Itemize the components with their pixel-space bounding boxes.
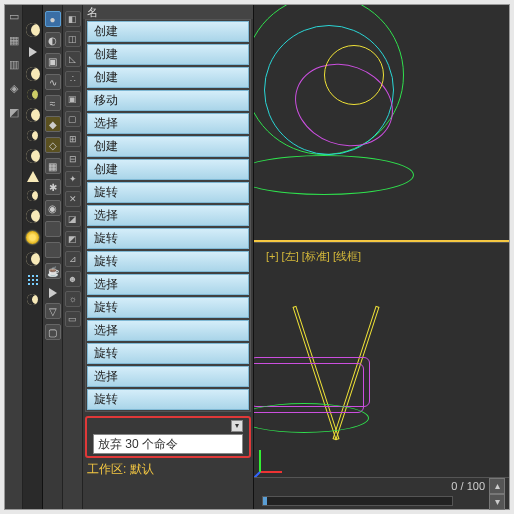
spline-tool-icon[interactable]: ∿ — [45, 74, 61, 90]
history-item[interactable]: 选择 — [87, 205, 249, 226]
moon-icon[interactable] — [27, 89, 38, 100]
measure-tool-icon[interactable]: ⊿ — [65, 251, 81, 267]
ruler-tool-icon[interactable]: ◫ — [65, 31, 81, 47]
tool-icon[interactable] — [45, 242, 61, 258]
dummy-tool-icon[interactable]: ▢ — [65, 111, 81, 127]
select-tool-icon[interactable]: ◇ — [45, 137, 61, 153]
moon-icon[interactable] — [26, 67, 40, 81]
viewport-left[interactable]: [+] [左] [标准] [线框] — [254, 242, 509, 478]
char-tool-icon[interactable]: ☻ — [65, 271, 81, 287]
primitive-shelf — [23, 5, 43, 509]
command-input[interactable]: 放弃 30 个命令 — [93, 434, 243, 454]
tool-icon[interactable] — [45, 221, 61, 237]
bone-tool-icon[interactable]: ⊟ — [65, 151, 81, 167]
viewport-top[interactable] — [254, 5, 509, 242]
moon-icon[interactable] — [27, 294, 38, 305]
frame-counter: 0 / 100 — [451, 480, 485, 492]
light-tool-icon[interactable]: ☼ — [65, 291, 81, 307]
eye-tool-icon[interactable]: ◉ — [45, 200, 61, 216]
calendar-tool-icon[interactable]: ▢ — [45, 324, 61, 340]
history-list: 创建创建创建移动选择创建创建旋转选择旋转旋转选择旋转选择旋转选择旋转 — [86, 20, 250, 411]
history-item[interactable]: 旋转 — [87, 251, 249, 272]
iso-tool-icon[interactable]: ◪ — [65, 211, 81, 227]
viewport-label: [+] [左] [标准] [线框] — [266, 249, 361, 264]
left-shelf: ▭ ▦ ▥ ◈ ◩ — [5, 5, 23, 509]
arrow-right-icon[interactable] — [49, 288, 57, 298]
helper-tool-icon[interactable]: ◺ — [65, 51, 81, 67]
history-item[interactable]: 创建 — [87, 44, 249, 65]
grid-tool-icon[interactable]: ▦ — [45, 158, 61, 174]
dropdown-toggle-icon[interactable]: ▾ — [231, 420, 243, 432]
history-item[interactable]: 选择 — [87, 320, 249, 341]
particles-icon[interactable] — [27, 274, 39, 286]
shelf-icon[interactable]: ▦ — [7, 33, 21, 47]
select-tool-icon[interactable]: ◆ — [45, 116, 61, 132]
shelf-icon[interactable]: ◩ — [7, 105, 21, 119]
moon-icon[interactable] — [26, 23, 40, 37]
teapot-tool-icon[interactable]: ☕ — [45, 263, 61, 279]
time-slider[interactable] — [262, 496, 453, 506]
scroll-down-icon[interactable]: ▾ — [489, 494, 505, 510]
history-item[interactable]: 创建 — [87, 136, 249, 157]
particle-tool-icon[interactable]: ∴ — [65, 71, 81, 87]
wave-tool-icon[interactable]: ≈ — [45, 95, 61, 111]
tool-column-a: ● ◐ ▣ ∿ ≈ ◆ ◇ ▦ ✱ ◉ ☕ ▽ ▢ — [43, 5, 63, 509]
history-item[interactable]: 旋转 — [87, 228, 249, 249]
moon-icon[interactable] — [26, 209, 40, 223]
sphere-tool-icon[interactable]: ● — [45, 11, 61, 27]
sun-icon[interactable] — [26, 231, 39, 244]
cube-tool-icon[interactable]: ◧ — [65, 11, 81, 27]
moon-icon[interactable] — [26, 252, 40, 266]
history-item[interactable]: 创建 — [87, 67, 249, 88]
history-item[interactable]: 选择 — [87, 366, 249, 387]
history-item[interactable]: 旋转 — [87, 343, 249, 364]
iso-tool-icon[interactable]: ◩ — [65, 231, 81, 247]
shelf-icon[interactable]: ▥ — [7, 57, 21, 71]
history-item[interactable]: 选择 — [87, 274, 249, 295]
spacer-tool-icon[interactable]: ⊞ — [65, 131, 81, 147]
camera-tool-icon[interactable]: ▣ — [45, 53, 61, 69]
system-tool-icon[interactable]: ✦ — [65, 171, 81, 187]
status-bar: 工作区: 默认 — [83, 460, 253, 478]
arrow-right-icon[interactable] — [29, 47, 37, 57]
group-tool-icon[interactable]: ▭ — [65, 311, 81, 327]
cross-tool-icon[interactable]: ✕ — [65, 191, 81, 207]
shape-tool-icon[interactable]: ▣ — [65, 91, 81, 107]
history-item[interactable]: 创建 — [87, 159, 249, 180]
particle-tool-icon[interactable]: ✱ — [45, 179, 61, 195]
moon-icon[interactable] — [27, 190, 38, 201]
history-item[interactable]: 旋转 — [87, 182, 249, 203]
viewport-area: [+] [左] [标准] [线框] 0 / 100 ▴ ▾ — [253, 5, 509, 509]
cone-icon[interactable] — [27, 171, 39, 182]
history-item[interactable]: 创建 — [87, 21, 249, 42]
history-item[interactable]: 移动 — [87, 90, 249, 111]
tool-column-b: ◧ ◫ ◺ ∴ ▣ ▢ ⊞ ⊟ ✦ ✕ ◪ ◩ ⊿ ☻ ☼ ▭ — [63, 5, 83, 509]
shelf-icon[interactable]: ◈ — [7, 81, 21, 95]
shelf-icon[interactable]: ▭ — [7, 9, 21, 23]
light-tool-icon[interactable]: ◐ — [45, 32, 61, 48]
moon-icon[interactable] — [26, 108, 40, 122]
timeline: 0 / 100 ▴ ▾ — [254, 477, 509, 509]
panel-header: 名 — [83, 5, 253, 19]
scroll-up-icon[interactable]: ▴ — [489, 478, 505, 494]
history-item[interactable]: 旋转 — [87, 389, 249, 410]
command-input-area: ▾ 放弃 30 个命令 — [85, 416, 251, 458]
history-item[interactable]: 选择 — [87, 113, 249, 134]
moon-icon[interactable] — [27, 130, 38, 141]
moon-icon[interactable] — [26, 149, 40, 163]
funnel-tool-icon[interactable]: ▽ — [45, 303, 61, 319]
history-item[interactable]: 旋转 — [87, 297, 249, 318]
history-panel: 名 创建创建创建移动选择创建创建旋转选择旋转旋转选择旋转选择旋转选择旋转 ▾ 放… — [83, 5, 253, 509]
